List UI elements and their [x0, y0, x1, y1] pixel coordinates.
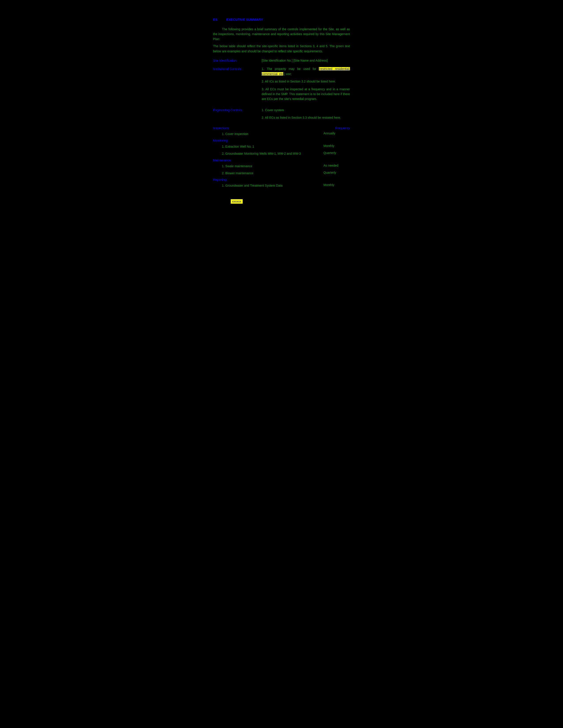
ic-item-1-pre: 1. The property may be used for	[261, 67, 319, 71]
ec-item-1: 1. Cover system	[261, 108, 350, 113]
page: ES EXECUTIVE SUMMARY The following provi…	[195, 4, 368, 221]
monitoring-section: Monitoring: 1. Extraction Well No. 1 Mon…	[213, 139, 350, 156]
reporting-item-1-freq: Monthly	[324, 183, 350, 187]
maintenance-item-1: 1. Swale maintenance As needed	[213, 164, 350, 169]
footer-code-container: xxxxxx	[213, 190, 350, 204]
engineering-controls-label: Engineering Controls:	[213, 108, 261, 113]
ec-item-2: 2. All ECs as listed in Section 3.3 shou…	[261, 115, 350, 120]
inspections-header: Inspections: Frequency	[213, 126, 350, 130]
inspection-item-1: 1. Cover inspection Annually	[213, 131, 350, 136]
site-identification-row: Site Identification: [Site Identificatio…	[213, 58, 350, 63]
monitoring-label: Monitoring:	[213, 139, 350, 142]
inspections-label: Inspections:	[213, 126, 229, 130]
institutional-controls-content: 1. The property may be used for [restric…	[261, 66, 350, 104]
maintenance-item-2: 2. Blower maintenance Quarterly	[213, 171, 350, 176]
inspection-item-1-freq: Annually	[324, 131, 350, 135]
ic-item-1-post: .] use;	[283, 72, 292, 76]
footer-code: xxxxxx	[231, 199, 242, 204]
section-title: EXECUTIVE SUMMARY	[226, 18, 263, 21]
reporting-item-1-name: 1. Groundwater and Treatment System Data	[222, 183, 324, 188]
ic-item-1: 1. The property may be used for [restric…	[261, 66, 350, 76]
monitoring-item-1-freq: Monthly	[324, 144, 350, 148]
body-paragraph: The below table should reflect the site-…	[213, 44, 350, 54]
maintenance-item-1-name: 1. Swale maintenance	[222, 164, 324, 169]
monitoring-item-2: 2. Groundwater Monitoring Wells MW-1, MW…	[213, 151, 350, 156]
site-identification-value: [Site Identification No.] [Site Name and…	[261, 58, 350, 63]
monitoring-item-2-name: 2. Groundwater Monitoring Wells MW-1, MW…	[222, 151, 324, 156]
monitoring-item-1: 1. Extraction Well No. 1 Monthly	[213, 144, 350, 149]
maintenance-item-2-freq: Quarterly	[324, 171, 350, 174]
inspection-item-1-name: 1. Cover inspection	[222, 131, 324, 136]
reporting-section: Reporting: 1. Groundwater and Treatment …	[213, 178, 350, 188]
section-id: ES	[213, 18, 217, 21]
maintenance-label: Maintenance:	[213, 158, 350, 162]
reporting-label: Reporting:	[213, 178, 350, 181]
maintenance-section: Maintenance: 1. Swale maintenance As nee…	[213, 158, 350, 176]
ic-item-2: 2. All ICs as listed in Section 3.2 shou…	[261, 79, 350, 84]
institutional-controls-label: Institutional Controls:	[213, 66, 261, 71]
intro-paragraph-1: The following provides a brief summary o…	[213, 27, 350, 41]
section-header: ES EXECUTIVE SUMMARY	[213, 18, 350, 21]
inspections-section: Inspections: Frequency 1. Cover inspecti…	[213, 126, 350, 136]
inspections-freq-header: Frequency	[336, 126, 350, 130]
engineering-controls-row: Engineering Controls: 1. Cover system 2.…	[213, 108, 350, 123]
site-identification-label: Site Identification:	[213, 58, 261, 63]
maintenance-item-2-name: 2. Blower maintenance	[222, 171, 324, 176]
monitoring-item-2-freq: Quarterly	[324, 151, 350, 155]
maintenance-item-1-freq: As needed	[324, 164, 350, 167]
reporting-item-1: 1. Groundwater and Treatment System Data…	[213, 183, 350, 188]
engineering-controls-content: 1. Cover system 2. All ECs as listed in …	[261, 108, 350, 123]
institutional-controls-row: Institutional Controls: 1. The property …	[213, 66, 350, 104]
ic-item-3: 3. All ECs must be inspected at a freque…	[261, 87, 350, 101]
monitoring-item-1-name: 1. Extraction Well No. 1	[222, 144, 324, 149]
